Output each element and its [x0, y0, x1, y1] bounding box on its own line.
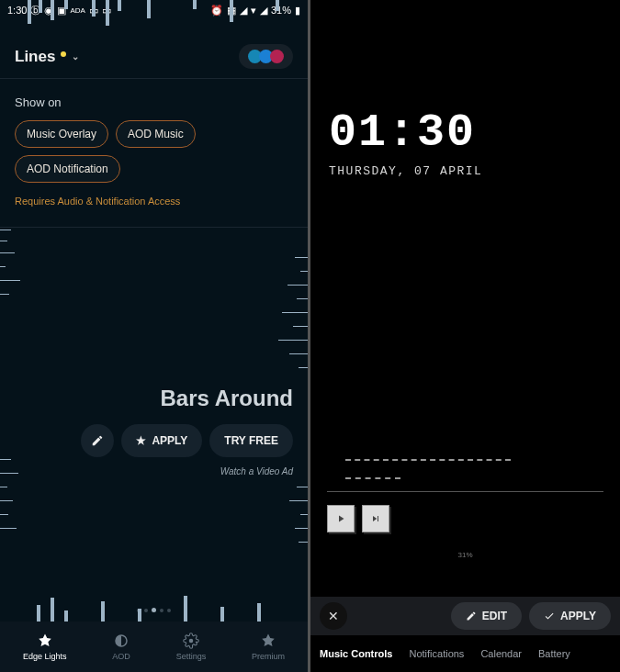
star-icon: ★ [136, 434, 146, 447]
divider [327, 491, 603, 492]
next-button[interactable] [362, 505, 389, 532]
dashed-line [345, 477, 400, 479]
apply-button[interactable]: ★ APPLY [121, 424, 202, 457]
pager [0, 608, 308, 612]
page-dot-active [152, 608, 156, 612]
nav-label: Premium [252, 652, 285, 661]
alarm-icon: ⏰ [210, 5, 223, 17]
apply-label: APPLY [152, 434, 187, 447]
category-tabs: Music Controls Notifications Calendar Ba… [310, 635, 620, 672]
effect-title: Bars Around [81, 386, 293, 411]
battery-text: 31% [271, 5, 291, 16]
pencil-icon [466, 610, 477, 622]
clock-time: 01:30 [329, 106, 602, 159]
pencil-icon [91, 434, 104, 447]
edit-effect-button[interactable] [81, 424, 114, 457]
header-row: Lines ⌄ [0, 18, 308, 78]
show-on-section: Show on Music Overlay AOD Music AOD Noti… [0, 79, 308, 216]
edge-lights-icon [37, 633, 53, 649]
premium-star-icon [260, 633, 276, 649]
bottom-nav: Edge Lights AOD Settings Premium [0, 622, 308, 672]
clock-widget: 01:30 THURSDAY, 07 APRIL [310, 0, 620, 178]
nav-premium[interactable]: Premium [252, 633, 285, 661]
skip-next-icon [370, 513, 381, 524]
ada-icon: ADA [70, 6, 85, 15]
data-icon: ◢ [240, 5, 247, 17]
phone-left: 1:30 ⓑ ◉ ▣ ADA ▭ ▭ ⏰ ▦ ◢ ▾ ◢ 31% ▮ Lines… [0, 0, 308, 672]
dropdown-label: Lines [15, 48, 55, 66]
battery-icon: ▮ [295, 5, 300, 17]
close-button[interactable]: ✕ [320, 602, 347, 630]
tab-notifications[interactable]: Notifications [409, 648, 464, 659]
chip-music-overlay[interactable]: Music Overlay [15, 120, 108, 148]
chip-aod-music[interactable]: AOD Music [116, 120, 196, 148]
tab-music-controls[interactable]: Music Controls [320, 648, 392, 659]
status-bar: 1:30 ⓑ ◉ ▣ ADA ▭ ▭ ⏰ ▦ ◢ ▾ ◢ 31% ▮ [0, 0, 308, 18]
color-dot-3 [270, 50, 284, 63]
wifi-icon: ▾ [251, 5, 256, 17]
clock-date: THURSDAY, 07 APRIL [329, 164, 602, 178]
effect-dropdown[interactable]: Lines ⌄ [15, 48, 79, 66]
nav-label: Edge Lights [23, 652, 67, 661]
effect-block: Bars Around ★ APPLY TRY FREE Watch a Vid… [81, 386, 293, 476]
apply-label: APPLY [560, 610, 596, 622]
signal-icon: ◢ [260, 5, 267, 17]
nav-settings[interactable]: Settings [176, 633, 207, 661]
tab-battery[interactable]: Battery [538, 648, 570, 659]
color-selector[interactable] [239, 44, 293, 69]
dashed-line [345, 459, 511, 461]
chevron-down-icon: ⌄ [72, 51, 79, 62]
requires-access-link[interactable]: Requires Audio & Notification Access [15, 196, 293, 207]
svg-point-1 [189, 639, 194, 644]
nav-label: Settings [176, 652, 207, 661]
chip-aod-notification[interactable]: AOD Notification [15, 155, 120, 183]
phone-right: 01:30 THURSDAY, 07 APRIL 31% ✕ EDIT APPL… [310, 0, 620, 672]
check-icon [544, 610, 555, 622]
battery-small: 31% [310, 551, 620, 559]
media-controls [327, 505, 389, 532]
try-free-label: TRY FREE [224, 434, 278, 447]
action-row: ✕ EDIT APPLY [310, 597, 620, 635]
play-icon [335, 513, 346, 524]
show-on-label: Show on [15, 95, 293, 109]
gear-icon [183, 633, 199, 649]
page-dot [144, 609, 148, 612]
nav-edge-lights[interactable]: Edge Lights [23, 633, 67, 661]
edit-label: EDIT [482, 610, 507, 622]
aod-icon [113, 633, 130, 649]
tab-calendar[interactable]: Calendar [480, 648, 522, 659]
close-icon: ✕ [328, 609, 339, 623]
play-button[interactable] [327, 505, 355, 532]
edit-button[interactable]: EDIT [451, 602, 522, 630]
watch-ad-label: Watch a Video Ad [81, 466, 293, 476]
nav-aod[interactable]: AOD [112, 633, 130, 661]
nav-label: AOD [112, 652, 130, 661]
page-dot [167, 609, 171, 612]
new-dot-icon [61, 51, 66, 57]
page-dot [160, 609, 163, 612]
status-time: 1:30 [7, 5, 27, 16]
try-free-button[interactable]: TRY FREE [209, 424, 293, 457]
divider [0, 227, 308, 228]
apply-button-right[interactable]: APPLY [529, 602, 611, 630]
